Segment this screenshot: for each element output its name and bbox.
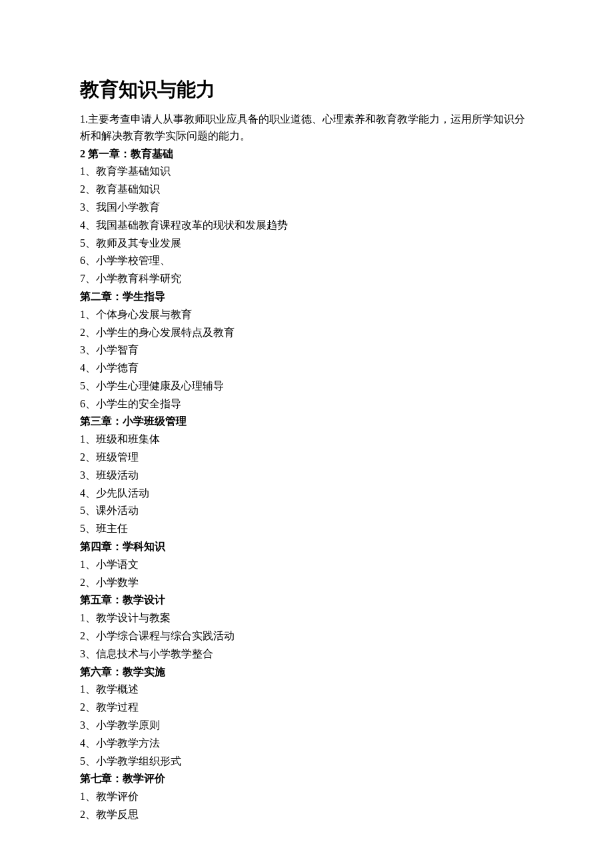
list-item: 5、小学生心理健康及心理辅导 bbox=[80, 378, 533, 395]
list-item: 1、教学评价 bbox=[80, 789, 533, 805]
list-item: 6、小学生的安全指导 bbox=[80, 396, 533, 413]
list-item: 5、课外活动 bbox=[80, 503, 533, 519]
chapter-heading: 第四章：学科知识 bbox=[80, 539, 533, 555]
list-item: 1、教育学基础知识 bbox=[80, 163, 533, 180]
list-item: 2、小学数学 bbox=[80, 575, 533, 591]
chapter-heading: 第二章：学生指导 bbox=[80, 289, 533, 305]
list-item: 2、教学过程 bbox=[80, 699, 533, 716]
list-item: 1、个体身心发展与教育 bbox=[80, 307, 533, 323]
list-item: 1、班级和班集体 bbox=[80, 431, 533, 448]
chapter-heading: 2 第一章：教育基础 bbox=[80, 146, 533, 163]
chapter-heading: 第五章：教学设计 bbox=[80, 592, 533, 609]
list-item: 4、小学德育 bbox=[80, 360, 533, 377]
chapter-heading: 第三章：小学班级管理 bbox=[80, 413, 533, 430]
list-item: 5、教师及其专业发展 bbox=[80, 235, 533, 252]
list-item: 2、小学生的身心发展特点及教育 bbox=[80, 325, 533, 341]
list-item: 2、班级管理 bbox=[80, 449, 533, 466]
page-title: 教育知识与能力 bbox=[80, 75, 533, 105]
list-item: 4、小学教学方法 bbox=[80, 735, 533, 752]
list-item: 2、教学反思 bbox=[80, 807, 533, 823]
list-item: 3、信息技术与小学教学整合 bbox=[80, 646, 533, 663]
list-item: 7、小学教育科学研究 bbox=[80, 271, 533, 287]
list-item: 5、班主任 bbox=[80, 521, 533, 537]
list-item: 3、我国小学教育 bbox=[80, 199, 533, 216]
intro-text: 1.主要考查申请人从事教师职业应具备的职业道德、心理素养和教育教学能力，运用所学… bbox=[80, 111, 533, 145]
list-item: 1、教学设计与教案 bbox=[80, 610, 533, 627]
list-item: 1、小学语文 bbox=[80, 557, 533, 573]
chapter-heading: 第六章：教学实施 bbox=[80, 664, 533, 681]
list-item: 6、小学学校管理、 bbox=[80, 253, 533, 269]
list-item: 3、小学教学原则 bbox=[80, 717, 533, 734]
list-item: 2、教育基础知识 bbox=[80, 181, 533, 198]
list-item: 4、我国基础教育课程改革的现状和发展趋势 bbox=[80, 217, 533, 234]
list-item: 3、小学智育 bbox=[80, 342, 533, 359]
chapters-container: 2 第一章：教育基础1、教育学基础知识2、教育基础知识3、我国小学教育4、我国基… bbox=[80, 146, 533, 823]
chapter-heading: 第七章：教学评价 bbox=[80, 771, 533, 787]
list-item: 5、小学教学组织形式 bbox=[80, 753, 533, 770]
list-item: 4、少先队活动 bbox=[80, 485, 533, 502]
list-item: 2、小学综合课程与综合实践活动 bbox=[80, 628, 533, 645]
list-item: 3、班级活动 bbox=[80, 467, 533, 484]
list-item: 1、教学概述 bbox=[80, 681, 533, 698]
